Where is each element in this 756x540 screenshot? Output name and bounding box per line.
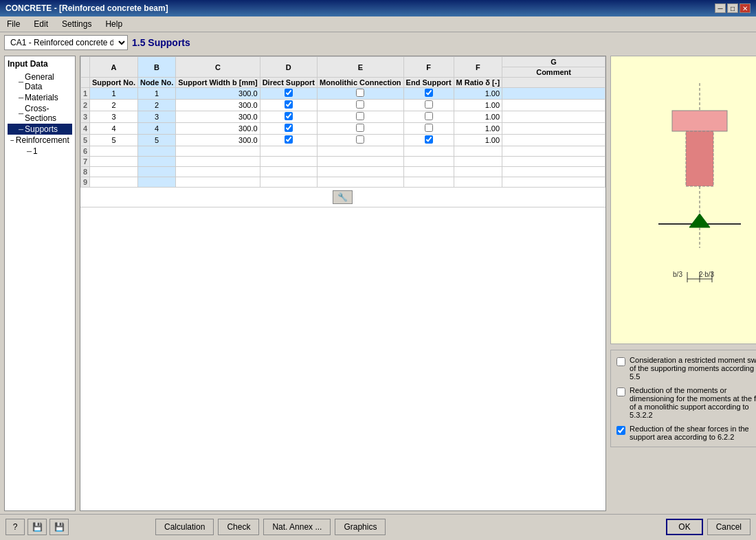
cell-monolithic[interactable] [318,123,404,135]
monolithic-checkbox[interactable] [356,124,364,132]
cell-node-no[interactable]: 3 [137,111,175,123]
cell-support-width[interactable]: 300.0 [176,135,260,146]
calculation-button[interactable]: Calculation [155,519,214,535]
direct-support-checkbox[interactable] [285,135,293,144]
cell-monolithic[interactable] [318,100,404,111]
tree-cross-sections[interactable]: ─Cross-Sections [8,103,72,124]
cell-end-support[interactable] [403,177,454,188]
cell-support-no[interactable] [90,157,138,167]
cell-support-no[interactable]: 3 [90,111,138,123]
cell-comment[interactable] [502,135,605,146]
end-support-checkbox[interactable] [425,89,433,97]
cell-m-ratio[interactable]: 1.00 [454,123,502,135]
menu-edit[interactable]: Edit [30,18,52,30]
menu-help[interactable]: Help [101,18,126,30]
cell-end-support[interactable] [403,157,454,167]
minimize-button[interactable]: ─ [715,3,726,13]
nat-annex-button[interactable]: Nat. Annex ... [263,519,331,535]
close-button[interactable]: ✕ [740,3,751,13]
cancel-button[interactable]: Cancel [707,519,751,535]
cell-monolithic[interactable] [318,167,404,177]
cell-comment[interactable] [502,177,605,188]
cell-support-width[interactable]: 300.0 [176,88,260,100]
cell-comment[interactable] [502,88,605,100]
help-button[interactable]: ? [5,519,25,535]
tree-reinforcement-1[interactable]: ─1 [8,146,72,157]
cell-direct-support[interactable] [260,123,317,135]
cell-monolithic[interactable] [318,146,404,157]
end-support-checkbox[interactable] [425,112,433,120]
cell-end-support[interactable] [403,123,454,135]
direct-support-checkbox[interactable] [285,89,293,97]
cell-m-ratio[interactable]: 1.00 [454,111,502,123]
cell-comment[interactable] [502,111,605,123]
grid-tool-button[interactable]: 🔧 [333,190,353,204]
cell-support-width[interactable] [176,167,260,177]
direct-support-checkbox[interactable] [285,100,293,109]
cell-support-width[interactable] [176,157,260,167]
cell-support-width[interactable]: 300.0 [176,111,260,123]
monolithic-checkbox[interactable] [356,100,364,109]
cell-direct-support[interactable] [260,177,317,188]
cell-direct-support[interactable] [260,88,317,100]
case-dropdown[interactable]: CA1 - Reinforced concrete desi [4,35,128,50]
cell-monolithic[interactable] [318,177,404,188]
cell-m-ratio[interactable] [454,167,502,177]
tree-reinforcement[interactable]: −Reinforcement [8,135,72,146]
menu-file[interactable]: File [3,18,24,30]
cell-node-no[interactable] [137,167,175,177]
cell-direct-support[interactable] [260,100,317,111]
option-checkbox-3[interactable] [616,426,625,435]
end-support-checkbox[interactable] [425,124,433,132]
tree-materials[interactable]: ─Materials [8,92,72,103]
cell-comment[interactable] [502,157,605,167]
cell-support-no[interactable]: 5 [90,135,138,146]
option-checkbox-2[interactable] [616,387,625,396]
cell-support-no[interactable]: 1 [90,88,138,100]
cell-support-width[interactable]: 300.0 [176,123,260,135]
cell-end-support[interactable] [403,135,454,146]
cell-support-width[interactable]: 300.0 [176,100,260,111]
graphics-button[interactable]: Graphics [335,519,386,535]
cell-node-no[interactable]: 5 [137,135,175,146]
cell-node-no[interactable] [137,146,175,157]
cell-support-width[interactable] [176,177,260,188]
cell-monolithic[interactable] [318,135,404,146]
cell-end-support[interactable] [403,111,454,123]
maximize-button[interactable]: □ [727,3,738,13]
cell-m-ratio[interactable] [454,177,502,188]
cell-node-no[interactable]: 1 [137,88,175,100]
end-support-checkbox[interactable] [425,135,433,144]
cell-monolithic[interactable] [318,157,404,167]
end-support-checkbox[interactable] [425,100,433,109]
cell-node-no[interactable] [137,177,175,188]
cell-support-no[interactable] [90,167,138,177]
cell-node-no[interactable]: 2 [137,100,175,111]
direct-support-checkbox[interactable] [285,112,293,120]
cell-direct-support[interactable] [260,146,317,157]
cell-comment[interactable] [502,146,605,157]
monolithic-checkbox[interactable] [356,89,364,97]
tree-general-data[interactable]: ─General Data [8,71,72,92]
cell-support-no[interactable] [90,146,138,157]
cell-m-ratio[interactable]: 1.00 [454,135,502,146]
cell-node-no[interactable] [137,157,175,167]
cell-end-support[interactable] [403,88,454,100]
monolithic-checkbox[interactable] [356,112,364,120]
cell-direct-support[interactable] [260,157,317,167]
cell-end-support[interactable] [403,167,454,177]
cell-m-ratio[interactable]: 1.00 [454,100,502,111]
cell-end-support[interactable] [403,146,454,157]
cell-comment[interactable] [502,123,605,135]
cell-support-no[interactable] [90,177,138,188]
cell-m-ratio[interactable]: 1.00 [454,88,502,100]
cell-comment[interactable] [502,100,605,111]
check-button[interactable]: Check [218,519,259,535]
cell-node-no[interactable]: 4 [137,123,175,135]
cell-support-width[interactable] [176,146,260,157]
cell-direct-support[interactable] [260,167,317,177]
direct-support-checkbox[interactable] [285,124,293,132]
save-button-2[interactable]: 💾 [49,519,69,535]
ok-button[interactable]: OK [666,519,702,535]
monolithic-checkbox[interactable] [356,135,364,144]
